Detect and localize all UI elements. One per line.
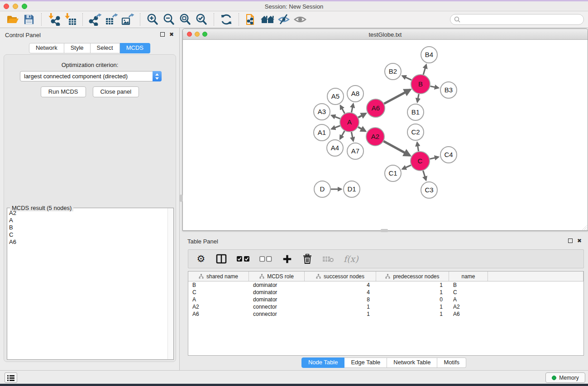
tab-select[interactable]: Select — [91, 43, 120, 53]
column-header-mcds-role[interactable]: MCDS role — [249, 272, 305, 281]
graph-node-A4[interactable]: A4 — [327, 140, 343, 156]
graph-node-D1[interactable]: D1 — [344, 181, 360, 197]
zoom-fit-icon[interactable] — [177, 12, 193, 27]
graph-edge-A6-B[interactable] — [384, 90, 411, 104]
import-table-icon[interactable] — [62, 12, 78, 27]
close-table-panel-icon[interactable]: ✖ — [577, 238, 582, 243]
graph-node-A6[interactable]: A6 — [367, 99, 385, 117]
graph-node-A8[interactable]: A8 — [347, 86, 363, 102]
column-header-name[interactable]: name — [449, 272, 488, 281]
network-graph[interactable]: B4B2BB3A5A8A6A3AB1A1C2A2A4A7C4CC1C3DD1 — [183, 40, 588, 230]
graph-edge-A-A8[interactable] — [351, 104, 353, 113]
vertical-splitter-handle[interactable] — [381, 229, 388, 232]
column-header-predecessor-nodes[interactable]: predecessor nodes — [376, 272, 449, 281]
network-canvas[interactable]: B4B2BB3A5A8A6A3AB1A1C2A2A4A7C4CC1C3DD1 — [183, 40, 588, 230]
delete-table-icon[interactable] — [322, 252, 334, 266]
import-network-icon[interactable] — [46, 12, 62, 27]
graph-edge-C-C4[interactable] — [430, 157, 438, 159]
hide-graphics-details-icon[interactable] — [276, 12, 292, 27]
table-row[interactable]: Cdominator41C — [188, 289, 583, 296]
tab-node-table[interactable]: Node Table — [301, 357, 345, 368]
result-scrollbar[interactable] — [167, 208, 173, 359]
run-mcds-button[interactable]: Run MCDS — [41, 86, 86, 97]
column-header-successor-nodes[interactable]: successor nodes — [305, 272, 376, 281]
graph-node-A[interactable]: A — [340, 113, 359, 132]
table-row[interactable]: Bdominator41B — [188, 281, 583, 289]
graph-node-C[interactable]: C — [411, 152, 430, 171]
graph-node-B2[interactable]: B2 — [385, 63, 401, 80]
graph-edge-B-B3[interactable] — [430, 86, 439, 88]
show-graphics-details-icon[interactable] — [292, 12, 308, 27]
result-item-c[interactable]: C — [8, 231, 167, 238]
criterion-dropdown[interactable]: largest connected component (directed) — [20, 71, 162, 81]
add-column-icon[interactable] — [282, 252, 292, 266]
graph-edge-B-B2[interactable] — [402, 76, 411, 80]
graph-node-A2[interactable]: A2 — [366, 128, 384, 146]
column-header-shared-name[interactable]: shared name — [188, 272, 249, 281]
graph-node-A5[interactable]: A5 — [327, 88, 344, 105]
home-icon[interactable] — [259, 12, 276, 27]
graph-edge-C-C1[interactable] — [402, 165, 411, 169]
task-history-button[interactable] — [5, 372, 17, 383]
graph-edge-A2-C[interactable] — [383, 141, 410, 155]
graph-edge-A-A3[interactable] — [332, 115, 340, 119]
tab-network[interactable]: Network — [29, 43, 64, 53]
graph-node-C4[interactable]: C4 — [440, 147, 457, 163]
delete-columns-icon[interactable] — [302, 252, 313, 266]
settings-gear-icon[interactable]: ⚙ — [196, 252, 206, 266]
export-image-icon[interactable] — [120, 12, 136, 27]
zoom-out-icon[interactable] — [161, 12, 177, 27]
close-panel-icon[interactable]: ✖ — [169, 32, 174, 37]
graph-edge-B-B1[interactable] — [417, 94, 419, 102]
table-row[interactable]: A2connector11A2 — [188, 303, 583, 310]
search-input[interactable] — [450, 14, 584, 25]
export-network-icon[interactable] — [87, 12, 103, 27]
graph-edge-C-C3[interactable] — [423, 171, 426, 180]
graph-node-A1[interactable]: A1 — [314, 124, 330, 141]
graph-edge-A-A7[interactable] — [351, 132, 353, 141]
graph-edge-A-A6[interactable] — [358, 114, 366, 118]
tab-style[interactable]: Style — [64, 43, 91, 53]
graph-node-A7[interactable]: A7 — [347, 143, 363, 159]
graph-node-B3[interactable]: B3 — [440, 82, 457, 98]
memory-button[interactable]: Memory — [545, 372, 585, 383]
export-table-icon[interactable] — [103, 12, 120, 27]
graph-node-C3[interactable]: C3 — [421, 182, 437, 198]
open-session-icon[interactable] — [5, 12, 21, 27]
graph-node-A3[interactable]: A3 — [314, 104, 330, 120]
float-panel-icon[interactable] — [160, 32, 165, 37]
graph-edge-C-C2[interactable] — [417, 143, 419, 152]
result-item-b[interactable]: B — [8, 224, 167, 231]
graph-edge-A-A2[interactable] — [358, 127, 365, 131]
save-session-icon[interactable] — [21, 12, 37, 27]
result-item-a2[interactable]: A2 — [8, 210, 167, 217]
close-panel-button[interactable]: Close panel — [93, 86, 139, 97]
table-row[interactable]: A6connector11A6 — [188, 310, 583, 318]
network-window-titlebar[interactable]: testGlobe.txt — [183, 29, 588, 40]
graph-node-C2[interactable]: C2 — [407, 124, 424, 140]
graph-node-C1[interactable]: C1 — [385, 165, 401, 181]
table-row[interactable]: Adominator80A — [188, 296, 583, 303]
tab-edge-table[interactable]: Edge Table — [344, 357, 387, 368]
horizontal-splitter-handle[interactable] — [180, 195, 183, 202]
graph-edge-A-A1[interactable] — [332, 126, 340, 129]
unselect-all-columns-icon[interactable] — [259, 252, 272, 266]
graph-node-B4[interactable]: B4 — [421, 47, 437, 63]
tab-network-table[interactable]: Network Table — [387, 357, 437, 368]
result-item-a[interactable]: A — [8, 217, 167, 224]
zoom-in-icon[interactable] — [144, 12, 161, 27]
graph-node-B1[interactable]: B1 — [407, 104, 424, 120]
clone-network-icon[interactable] — [243, 12, 259, 27]
split-panel-icon[interactable] — [216, 252, 227, 266]
tab-motifs[interactable]: Motifs — [437, 357, 466, 368]
tab-mcds[interactable]: MCDS — [120, 43, 150, 53]
graph-node-D[interactable]: D — [314, 181, 330, 197]
function-builder-icon[interactable]: f(x) — [344, 252, 359, 266]
window-resize-grip[interactable] — [581, 224, 587, 230]
zoom-selected-icon[interactable] — [193, 12, 210, 27]
float-table-panel-icon[interactable] — [568, 238, 573, 243]
graph-node-B[interactable]: B — [411, 75, 430, 94]
select-all-columns-icon[interactable] — [236, 252, 250, 266]
apply-layout-icon[interactable] — [218, 12, 234, 27]
result-item-a6[interactable]: A6 — [8, 238, 167, 246]
